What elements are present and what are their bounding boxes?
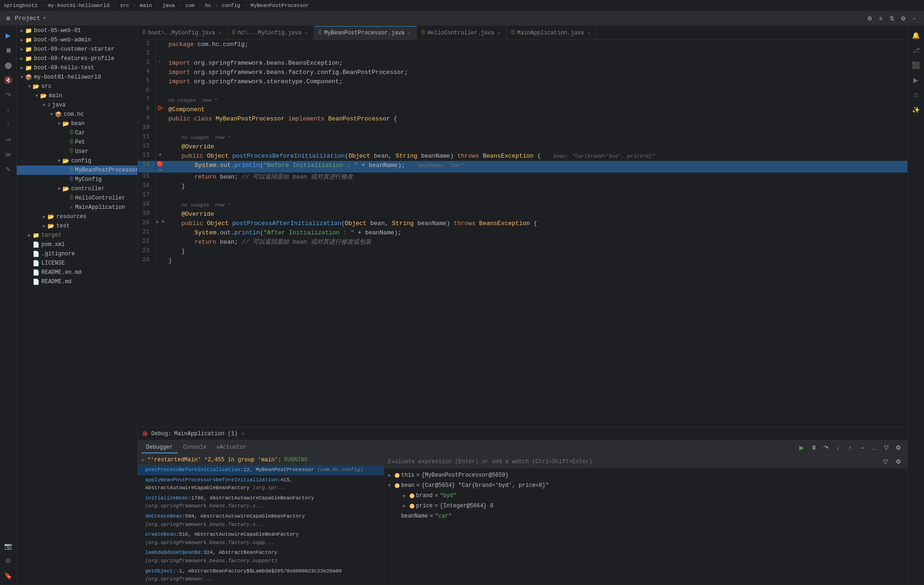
tree-item-readme-en[interactable]: ▶ 📄 README.en.md	[17, 268, 137, 277]
tree-item-mybeanpostprocessor[interactable]: ▶ © MyBeanPostProcessor	[17, 166, 137, 175]
run-cursor-btn[interactable]: →	[857, 443, 867, 453]
console-tab[interactable]: Console	[179, 442, 211, 453]
settings-debug-btn[interactable]: ⚙	[893, 443, 904, 453]
breakpoint-marker[interactable]: ◈	[159, 152, 161, 157]
breadcrumb-part[interactable]: java	[162, 3, 174, 8]
notifications-icon[interactable]: 🔔	[911, 30, 922, 41]
tab-close-btn[interactable]: ✕	[586, 30, 591, 36]
debug-frame[interactable]: createBean:516, AbstractAutowireCapableB…	[138, 530, 384, 548]
sort-btn[interactable]: ≡	[876, 13, 886, 24]
ai-icon[interactable]: ✨	[911, 104, 922, 115]
tree-item-boot-05-web-01[interactable]: ▶ 📁 boot-05-web-01	[17, 26, 137, 35]
tab-mybeanpostprocessor[interactable]: © MyBeanPostProcessor.java ✕	[314, 26, 417, 40]
step-out-icon[interactable]: ↑	[3, 119, 14, 130]
tab-close-btn[interactable]: ✕	[496, 30, 502, 36]
close-panel-btn[interactable]: −	[909, 13, 919, 24]
step-out-btn[interactable]: ↑	[845, 443, 855, 453]
breadcrumb-part[interactable]: config	[222, 3, 241, 8]
tree-item-hellocontroller[interactable]: ▶ © HelloController	[17, 193, 137, 203]
pause-btn[interactable]: ⏸	[809, 443, 819, 453]
tree-item-resources[interactable]: ▶ 📂 resources	[17, 212, 137, 221]
breadcrumb-part[interactable]: src	[120, 3, 129, 8]
debug-frame[interactable]: lambda$doGetBean$0:324, AbstractBeanFact…	[138, 548, 384, 566]
tab-boot-myconfig[interactable]: © boot\..MyConfig.java ✕	[138, 26, 228, 40]
debug-frame[interactable]: doCreateBean:594, AbstractAutowireCapabl…	[138, 512, 384, 530]
step-into-btn[interactable]: ↓	[833, 443, 843, 453]
tree-item-boot-09-customer[interactable]: ▶ 📁 boot-09-customer-starter	[17, 45, 137, 54]
vcs-icon[interactable]: ⎇	[911, 45, 922, 56]
eval-input[interactable]	[388, 459, 877, 465]
var-row-brand[interactable]: ▶ ⬤ brand = "byd"	[384, 491, 907, 501]
bookmark-icon[interactable]: 🔖	[3, 570, 14, 581]
tree-item-user[interactable]: ▶ © User	[17, 147, 137, 156]
debug-session-close[interactable]: ✕	[241, 431, 245, 437]
breakpoints-icon[interactable]: ⬤	[3, 60, 14, 71]
tab-close-btn[interactable]: ✕	[407, 30, 412, 36]
tree-item-config[interactable]: ▼ 📂 config	[17, 156, 137, 166]
filter-btn[interactable]: ▽	[881, 443, 891, 453]
tree-item-boot-09-features[interactable]: ▶ 📁 boot-09-features-profile	[17, 54, 137, 63]
run-cursor-icon[interactable]: ⇒	[3, 134, 14, 145]
evaluate-btn[interactable]: …	[869, 443, 879, 453]
var-row-bean[interactable]: ▼ ⬤ bean = {Car@5654} "Car{brand='byd', …	[384, 480, 907, 491]
var-row-beanname[interactable]: ▶ ⬤ beanName = "car"	[384, 511, 907, 521]
breadcrumb-part[interactable]: my-boot01-helloworld	[48, 3, 109, 8]
tree-item-target[interactable]: ▶ 📁 target	[17, 231, 137, 240]
tree-item-src[interactable]: ▼ 📂 src	[17, 82, 137, 91]
eval-filter-btn[interactable]: ▽	[880, 457, 891, 467]
tree-item-boot-05-web-admin[interactable]: ▶ 📁 boot-05-web-admin	[17, 35, 137, 45]
code-editor[interactable]: 1 package com.hc.config; 2 3 ▸	[138, 40, 907, 427]
terminal-icon[interactable]: ⬛	[911, 60, 922, 71]
debug-session-name[interactable]: MainApplication (1)	[174, 431, 238, 437]
var-row-this[interactable]: ▶ ⬤ this = {MyBeanPostProcessor@5659}	[384, 470, 907, 480]
tree-item-pet[interactable]: ▶ © Pet	[17, 138, 137, 147]
camera-icon[interactable]: 📷	[3, 540, 14, 552]
step-over-icon[interactable]: ↷	[3, 89, 14, 100]
actuator-tab[interactable]: ⚙Actuator	[212, 442, 251, 453]
tree-item-pom[interactable]: ▶ 📄 pom.xml	[17, 240, 137, 249]
expand-btn[interactable]: ⇅	[887, 13, 897, 24]
debug-frame[interactable]: initializeBean:1786, AbstractAutowireCap…	[138, 493, 384, 512]
problems-icon[interactable]: ⚠	[911, 89, 922, 100]
tree-item-license[interactable]: ▶ 📄 LICENSE	[17, 259, 137, 268]
step-over-btn[interactable]: ↷	[821, 443, 831, 453]
tree-item-controller[interactable]: ▼ 📂 controller	[17, 184, 137, 193]
breadcrumb-part[interactable]: main	[140, 3, 152, 8]
tree-item-car[interactable]: ▶ © Car	[17, 128, 137, 138]
debug-frame[interactable]: getObject:-1, AbstractBeanFactory$$Lambd…	[138, 566, 384, 585]
settings-icon[interactable]: ⚙	[3, 555, 14, 566]
eval-settings-btn[interactable]: ⚙	[893, 457, 904, 467]
tree-item-my-boot01[interactable]: ▼ 📦 my-boot01-helloworld	[17, 73, 137, 82]
tree-item-test[interactable]: ▶ 📂 test	[17, 221, 137, 231]
tab-hellocontroller[interactable]: © HelloController.java ✕	[417, 26, 507, 40]
breadcrumb-part[interactable]: springboot2	[4, 3, 38, 8]
tab-close-btn[interactable]: ✕	[304, 30, 309, 36]
breadcrumb-part[interactable]: hc	[205, 3, 211, 8]
tree-item-mainapplication[interactable]: ▶ ⚡ MainApplication	[17, 203, 137, 212]
tree-item-myconfig[interactable]: ▶ © MyConfig	[17, 175, 137, 184]
breakpoint-marker[interactable]: ◈	[156, 219, 159, 225]
live-edit-icon[interactable]: ✎	[3, 164, 14, 175]
var-row-price[interactable]: ▶ ⬤ price = {Integer@5664} 8	[384, 501, 907, 511]
tree-item-main[interactable]: ▼ 📂 main	[17, 91, 137, 100]
breadcrumb-part[interactable]: com	[185, 3, 194, 8]
tree-item-bean[interactable]: ▼ 📂 bean	[17, 119, 137, 128]
gear-btn[interactable]: ⚙	[898, 13, 908, 24]
tree-item-boot-09-hello[interactable]: ▶ 📁 boot-09-hello-test	[17, 63, 137, 73]
project-dropdown-arrow[interactable]: ▼	[43, 16, 46, 21]
resume-btn[interactable]: ▶	[797, 443, 807, 453]
debugger-tab[interactable]: Debugger	[141, 442, 178, 453]
tree-item-com-hc[interactable]: ▼ 📦 com.hc	[17, 110, 137, 119]
debug-frame-current[interactable]: postProcessBeforeInitialization:12, MyBe…	[138, 465, 384, 475]
tab-mainapplication[interactable]: © MainApplication.java ✕	[507, 26, 596, 40]
tree-item-readme[interactable]: ▶ 📄 README.md	[17, 277, 137, 286]
run-icon[interactable]: ▶	[3, 30, 14, 41]
debug-frame[interactable]: applyBeanPostProcessorsBeforeInitializat…	[138, 475, 384, 493]
evaluate-icon[interactable]: ≫	[3, 149, 14, 160]
tree-item-gitignore[interactable]: ▶ 📄 .gitignore	[17, 249, 137, 259]
tab-close-btn[interactable]: ✕	[217, 30, 222, 36]
debug-stop-icon[interactable]: ⏹	[3, 45, 14, 56]
tab-hc-myconfig[interactable]: © hc\...MyConfig.java ✕	[228, 26, 314, 40]
step-into-icon[interactable]: ↓	[3, 104, 14, 115]
run-widget-icon[interactable]: ▶	[911, 74, 922, 86]
